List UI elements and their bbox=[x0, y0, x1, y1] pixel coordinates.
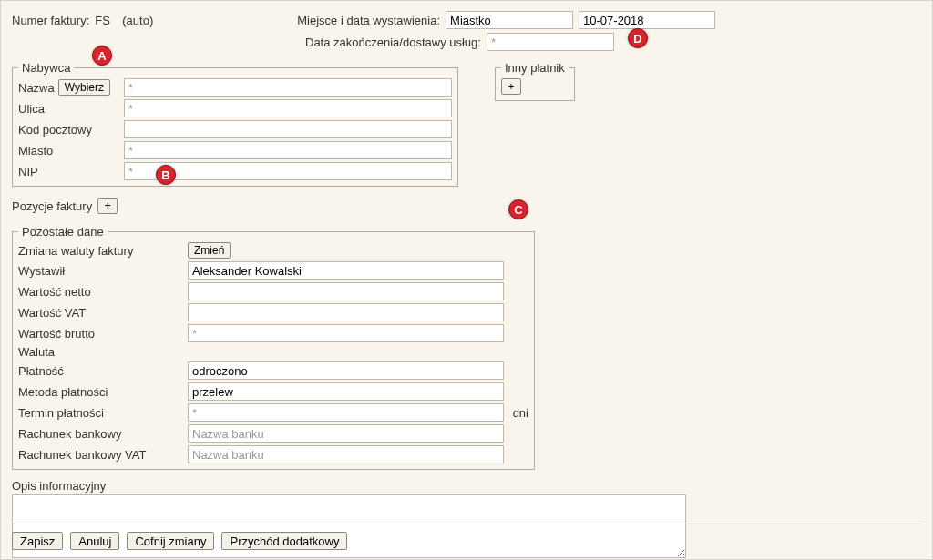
data-zakonczenia-input[interactable] bbox=[487, 33, 614, 51]
header-row-1: Numer faktury: FS (auto) Miejsce i data … bbox=[12, 10, 921, 30]
invoice-form-page: A B C D Numer faktury: FS (auto) Miejsce… bbox=[0, 0, 933, 560]
brutto-input[interactable] bbox=[188, 324, 504, 342]
miasto-label: Miasto bbox=[18, 144, 53, 158]
kod-label: Kod pocztowy bbox=[18, 123, 92, 137]
wystawil-input[interactable] bbox=[188, 261, 504, 280]
termin-suffix: dni bbox=[509, 406, 528, 420]
anuluj-button[interactable]: Anuluj bbox=[70, 532, 119, 550]
nabywca-fieldset: Nabywca Nazwa Wybierz Ulica Kod pocztowy… bbox=[12, 61, 458, 187]
nazwa-input[interactable] bbox=[124, 78, 452, 97]
netto-input[interactable] bbox=[188, 282, 504, 300]
numer-faktury-prefix: FS bbox=[95, 14, 117, 27]
data-zakonczenia-label: Data zakończenia/dostawy usług: bbox=[305, 36, 481, 49]
nazwa-label: Nazwa bbox=[18, 81, 55, 95]
marker-d: D bbox=[628, 28, 648, 48]
termin-label: Termin płatności bbox=[18, 406, 182, 420]
marker-c: C bbox=[508, 199, 528, 219]
zmien-button[interactable]: Zmień bbox=[188, 242, 231, 259]
marker-a: A bbox=[92, 46, 112, 66]
metoda-label: Metoda płatności bbox=[18, 385, 182, 399]
nabywca-legend: Nabywca bbox=[18, 61, 74, 75]
zapisz-button[interactable]: Zapisz bbox=[12, 532, 63, 550]
metoda-input[interactable] bbox=[188, 382, 504, 401]
ulica-input[interactable] bbox=[124, 99, 452, 117]
numer-faktury-label: Numer faktury: bbox=[12, 14, 89, 27]
termin-input[interactable] bbox=[188, 403, 504, 422]
waluta-label: Waluta bbox=[18, 345, 182, 359]
vat-input[interactable] bbox=[188, 303, 504, 321]
netto-label: Wartość netto bbox=[18, 285, 182, 299]
miasto-input[interactable] bbox=[124, 141, 452, 159]
wystawil-label: Wystawił bbox=[18, 264, 182, 278]
wybierz-button[interactable]: Wybierz bbox=[58, 79, 110, 96]
rachunek-vat-input[interactable] bbox=[188, 445, 504, 463]
zmiana-waluty-label: Zmiana waluty faktury bbox=[18, 244, 182, 258]
inny-platnik-legend: Inny płatnik bbox=[501, 61, 569, 75]
pozycje-add-button[interactable]: + bbox=[97, 198, 118, 214]
platnosc-input[interactable] bbox=[188, 361, 504, 380]
miejsce-data-label: Miejsce i data wystawienia: bbox=[297, 14, 440, 27]
cofnij-button[interactable]: Cofnij zmiany bbox=[127, 532, 214, 550]
data-wystawienia-input[interactable] bbox=[579, 11, 715, 29]
pozycje-label: Pozycje faktury bbox=[12, 199, 92, 213]
przychod-button[interactable]: Przychód dodatkowy bbox=[221, 532, 347, 550]
brutto-label: Wartość brutto bbox=[18, 327, 182, 341]
vat-label: Wartość VAT bbox=[18, 306, 182, 320]
nip-label: NIP bbox=[18, 165, 38, 178]
rachunek-input[interactable] bbox=[188, 424, 504, 443]
pozostale-legend: Pozostałe dane bbox=[18, 225, 108, 239]
inny-platnik-fieldset: Inny płatnik + bbox=[495, 61, 575, 101]
opis-label: Opis informacyjny bbox=[12, 479, 921, 493]
miejsce-input[interactable] bbox=[446, 11, 573, 29]
rachunek-vat-label: Rachunek bankowy VAT bbox=[18, 448, 182, 462]
kod-input[interactable] bbox=[124, 120, 452, 138]
marker-b: B bbox=[156, 165, 176, 185]
pozostale-dane-fieldset: Pozostałe dane Zmiana waluty faktury Zmi… bbox=[12, 225, 535, 470]
rachunek-label: Rachunek bankowy bbox=[18, 427, 182, 441]
ulica-label: Ulica bbox=[18, 102, 45, 116]
numer-faktury-auto: (auto) bbox=[122, 14, 177, 27]
inny-platnik-add-button[interactable]: + bbox=[501, 78, 521, 95]
platnosc-label: Płatność bbox=[18, 364, 182, 378]
bottom-toolbar: Zapisz Anuluj Cofnij zmiany Przychód dod… bbox=[12, 524, 921, 550]
